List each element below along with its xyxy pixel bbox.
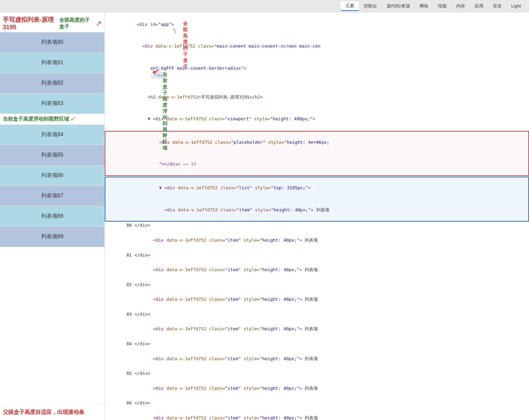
code-line[interactable]: <div id="app"> [105,14,529,35]
list-item: 列表项88 [0,206,104,227]
top-nav-tabs: 元素 控制台 源代码/来源 网络 性能 内存 应用 安全 Light [341,1,526,11]
tab-sources[interactable]: 源代码/来源 [382,2,415,11]
list-item: 列表项80 [0,32,104,53]
code-line[interactable]: <div data-v-1effd752 class="item" style=… [105,348,529,370]
code-line[interactable]: <div data-v-1effd752 class="item" style=… [105,229,529,251]
devtools-code-content: <div id="app"> <div data-v-1effd752 clas… [105,12,529,420]
code-line[interactable]: 80 </div> [105,222,529,229]
left-panel: 手写虚拟列表-原理3195 全部高度的子盒子 ↗ 列表项80 列表项81 列表项… [0,12,105,420]
tab-security[interactable]: 安全 [488,2,507,11]
code-line[interactable]: <div data-v-1effd752 class="item" style=… [105,318,529,340]
highlight-blue-box: ▼ <div data-v-1effd752 class="list" styl… [105,177,529,222]
right-panel: ↑ 全部高度的子盒子 ↙ 当前盒子高度浮动到视野区域 <div id="app"… [105,12,529,420]
tab-memory[interactable]: 内存 [451,2,470,11]
code-line[interactable]: <div data-v-1effd752 class="item" style=… [105,259,529,281]
tab-console[interactable]: 控制台 [359,2,382,11]
tab-performance[interactable]: 性能 [433,2,451,11]
code-line[interactable]: ent-bgFFF main-conent-borderradius"> fle… [105,57,529,86]
devtools-code-area[interactable]: ↑ 全部高度的子盒子 ↙ 当前盒子高度浮动到视野区域 <div id="app"… [105,12,529,420]
annotation-top: 全部高度的子盒子 [59,17,94,30]
annotation-middle: 当前盒子高度浮动到视野区域 ↙ [0,114,104,125]
code-line[interactable]: ▼ <div data-v-1effd752 class="list" styl… [105,177,528,199]
code-line[interactable]: 84 </div> [105,340,529,348]
arrow-down-left-icon: ↙ [70,116,75,122]
tab-elements[interactable]: 元素 [341,1,359,11]
flex-badge: flex [152,72,165,78]
code-line[interactable]: ▼ <div data-v-1effd752 class="viewport" … [105,108,529,130]
tab-application[interactable]: 应用 [470,2,488,11]
list-item: 列表项85 [0,145,104,165]
list-item: 列表项84 [0,125,104,145]
code-line[interactable]: 86 </div> [105,399,529,407]
code-line[interactable]: <div data-v-1effd752 class="item" style=… [105,378,529,399]
code-line[interactable]: <div data-v-1effd752 class="item" style=… [105,199,528,221]
main-area: 手写虚拟列表-原理3195 全部高度的子盒子 ↗ 列表项80 列表项81 列表项… [0,12,529,420]
annotation-bottom: 父级盒子高度自适应，出现滚动条 [0,404,104,420]
list-item: 列表项82 [0,73,104,93]
code-line[interactable]: "></div> == $0 [105,153,528,175]
list-item: 列表项81 [0,53,104,73]
code-line[interactable]: <div data-v-1effd752 class="item" style=… [105,288,529,310]
list-container[interactable]: 列表项80 列表项81 列表项82 列表项83 当前盒子高度浮动到视野区域 ↙ … [0,32,104,404]
tab-network[interactable]: 网络 [415,2,433,11]
page-title: 手写虚拟列表-原理3195 [3,16,58,31]
code-line[interactable]: <div data-v-1effd752 class="main-conent … [105,35,529,57]
code-line[interactable]: 81 </div> [105,251,529,259]
code-line[interactable]: 82 </div> [105,281,529,289]
list-item: 列表项83 [0,93,104,114]
code-line[interactable]: <div data-v-1effd752 class="item" style=… [105,407,529,420]
tab-light[interactable]: Light [507,2,526,10]
list-item: 列表项86 [0,165,104,186]
code-line[interactable]: 83 </div> [105,311,529,318]
highlight-red-box: <div data-v-1effd752 class="placeholder"… [105,131,529,176]
list-item: 列表项87 [0,186,104,206]
code-line[interactable]: 85 </div> [105,370,529,378]
arrow-up-right-icon: ↗ [96,19,102,28]
code-line[interactable]: <div data-v-1effd752 class="placeholder"… [105,132,528,153]
top-nav-bar: 元素 控制台 源代码/来源 网络 性能 内存 应用 安全 Light [0,0,529,12]
list-item: 列表项89 [0,227,104,247]
code-line[interactable]: <h2 data-v-1effd752>手写虚拟列表-原理3195</h2> [105,86,529,108]
